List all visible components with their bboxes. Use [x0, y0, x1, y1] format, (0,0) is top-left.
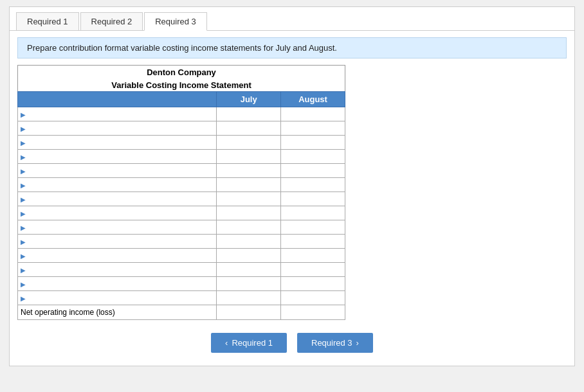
- row14-july-input[interactable]: [217, 291, 280, 305]
- row1-aug-cell[interactable]: [281, 107, 345, 121]
- row14-july-cell[interactable]: [217, 291, 281, 305]
- row5-july-cell[interactable]: [217, 164, 281, 178]
- row9-july-input[interactable]: [217, 220, 280, 234]
- row7-july-cell[interactable]: [217, 192, 281, 206]
- tab-required3[interactable]: Required 3: [144, 12, 207, 31]
- row13-july-input[interactable]: [217, 277, 280, 290]
- tab-required2[interactable]: Required 2: [80, 12, 143, 30]
- row1-july-cell[interactable]: [217, 107, 281, 121]
- row14-aug-cell[interactable]: [281, 291, 345, 305]
- row8-label-cell: ▶: [18, 206, 217, 220]
- tabs-row: Required 1 Required 2 Required 3: [10, 7, 574, 31]
- row3-aug-input[interactable]: [281, 136, 345, 149]
- row11-july-input[interactable]: [217, 249, 280, 262]
- net-income-aug-input[interactable]: [284, 307, 342, 318]
- row4-aug-input[interactable]: [281, 150, 345, 163]
- row10-aug-input[interactable]: [281, 235, 345, 248]
- row6-label-cell: ▶: [18, 178, 217, 192]
- row8-aug-cell[interactable]: [281, 206, 345, 220]
- row13-july-cell[interactable]: [217, 277, 281, 291]
- table-container: Denton Company Variable Costing Income S…: [17, 65, 567, 320]
- row3-july-input[interactable]: [217, 136, 280, 149]
- row8-aug-input[interactable]: [281, 206, 345, 220]
- row10-aug-cell[interactable]: [281, 235, 345, 249]
- page-container: Required 1 Required 2 Required 3 Prepare…: [9, 6, 575, 366]
- row7-aug-input[interactable]: [281, 192, 345, 206]
- statement-title-row: Variable Costing Income Statement: [18, 79, 345, 92]
- row3-july-cell[interactable]: [217, 136, 281, 150]
- row7-label-cell: ▶: [18, 192, 217, 206]
- row6-july-cell[interactable]: [217, 178, 281, 192]
- table-row: ▶: [18, 277, 345, 291]
- row1-label-cell: ▶: [18, 107, 217, 121]
- row9-aug-cell[interactable]: [281, 220, 345, 235]
- row11-july-cell[interactable]: [217, 249, 281, 263]
- table-row: ▶: [18, 220, 345, 235]
- row13-aug-cell[interactable]: [281, 277, 345, 291]
- row12-july-input[interactable]: [217, 263, 280, 276]
- row5-aug-input[interactable]: [281, 164, 345, 177]
- net-income-label: Net operating income (loss): [18, 305, 217, 320]
- row7-aug-cell[interactable]: [281, 192, 345, 206]
- net-income-aug-cell[interactable]: [281, 305, 345, 320]
- nav-buttons: ‹ Required 1 Required 3 ›: [10, 333, 574, 353]
- prev-button[interactable]: ‹ Required 1: [211, 333, 287, 353]
- row8-july-input[interactable]: [217, 206, 280, 220]
- row8-july-cell[interactable]: [217, 206, 281, 220]
- row12-label-cell: ▶: [18, 263, 217, 277]
- row9-aug-input[interactable]: [281, 220, 345, 234]
- row11-aug-cell[interactable]: [281, 249, 345, 263]
- company-name-cell: Denton Company: [18, 66, 345, 80]
- col-header-july: July: [217, 92, 281, 107]
- table-row: ▶: [18, 249, 345, 263]
- row2-july-cell[interactable]: [217, 121, 281, 136]
- row13-label-cell: ▶: [18, 277, 217, 291]
- row12-aug-cell[interactable]: [281, 263, 345, 277]
- row5-aug-cell[interactable]: [281, 164, 345, 178]
- row10-july-cell[interactable]: [217, 235, 281, 249]
- row9-july-cell[interactable]: [217, 220, 281, 235]
- row2-aug-cell[interactable]: [281, 121, 345, 136]
- row2-aug-input[interactable]: [281, 121, 345, 135]
- row3-label-cell: ▶: [18, 136, 217, 150]
- table-row: ▶: [18, 150, 345, 164]
- row11-aug-input[interactable]: [281, 249, 345, 262]
- next-icon: ›: [356, 338, 359, 348]
- row14-label-cell: ▶: [18, 291, 217, 305]
- tab-required1[interactable]: Required 1: [16, 12, 79, 30]
- statement-title-cell: Variable Costing Income Statement: [18, 79, 345, 92]
- table-row: ▶: [18, 136, 345, 150]
- row4-july-cell[interactable]: [217, 150, 281, 164]
- row6-aug-cell[interactable]: [281, 178, 345, 192]
- row5-label-cell: ▶: [18, 164, 217, 178]
- row14-aug-input[interactable]: [281, 291, 345, 305]
- table-row: ▶: [18, 164, 345, 178]
- next-label: Required 3: [311, 338, 352, 348]
- row1-july-input[interactable]: [217, 107, 280, 121]
- row12-july-cell[interactable]: [217, 263, 281, 277]
- next-button[interactable]: Required 3 ›: [297, 333, 373, 353]
- row7-july-input[interactable]: [217, 192, 280, 206]
- row2-july-input[interactable]: [217, 121, 280, 135]
- row12-aug-input[interactable]: [281, 263, 345, 276]
- table-row: ▶: [18, 192, 345, 206]
- prev-icon: ‹: [225, 338, 228, 348]
- row10-july-input[interactable]: [217, 235, 280, 248]
- row4-july-input[interactable]: [217, 150, 280, 163]
- row6-aug-input[interactable]: [281, 178, 345, 192]
- row5-july-input[interactable]: [217, 164, 280, 177]
- row10-label-cell: ▶: [18, 235, 217, 249]
- row4-aug-cell[interactable]: [281, 150, 345, 164]
- net-income-july-input[interactable]: [219, 307, 278, 318]
- col-header-label: [18, 92, 217, 107]
- table-row: ▶: [18, 206, 345, 220]
- row13-aug-input[interactable]: [281, 277, 345, 290]
- col-header-august: August: [281, 92, 345, 107]
- row6-july-input[interactable]: [217, 178, 280, 192]
- table-row: ▶: [18, 121, 345, 136]
- income-statement-table: Denton Company Variable Costing Income S…: [17, 65, 345, 320]
- net-income-july-cell[interactable]: [217, 305, 281, 320]
- row1-aug-input[interactable]: [281, 107, 345, 121]
- table-row: ▶: [18, 263, 345, 277]
- row3-aug-cell[interactable]: [281, 136, 345, 150]
